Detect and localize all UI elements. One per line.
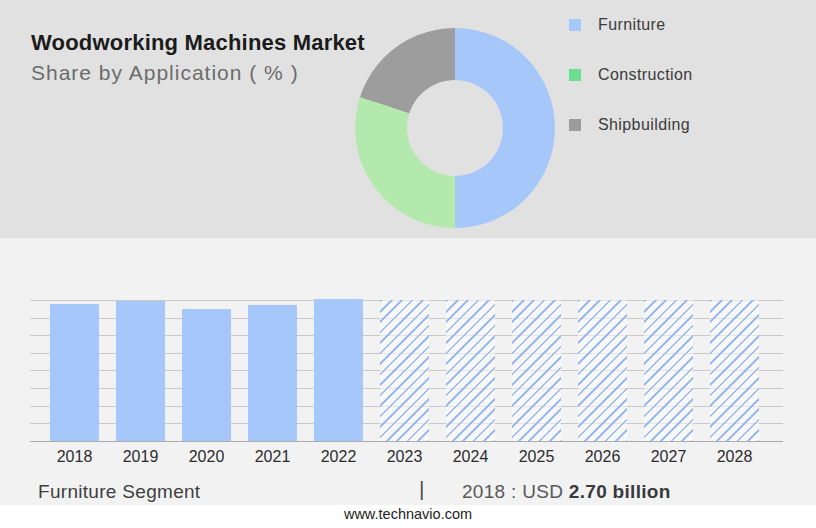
x-axis-label-2020: 2020: [174, 448, 239, 466]
infographic-page: Woodworking Machines Market Share by App…: [0, 0, 816, 528]
x-axis-label-2018: 2018: [42, 448, 107, 466]
bar-2026: [578, 300, 627, 441]
bar-plot: [30, 300, 783, 441]
value-prefix: 2018 : USD: [462, 481, 563, 502]
legend-item-furniture: Furniture: [569, 11, 789, 39]
bar-2027: [644, 300, 693, 441]
x-axis-line: [30, 441, 783, 443]
x-axis-label-2025: 2025: [504, 448, 569, 466]
bar-2024: [446, 300, 495, 441]
bar-2019: [116, 301, 165, 441]
legend-label: Furniture: [598, 16, 666, 34]
bar-2020: [182, 309, 231, 441]
x-axis-label-2024: 2024: [438, 448, 503, 466]
bar-2021: [248, 305, 297, 441]
value-bold: 2.70 billion: [569, 481, 671, 502]
x-axis-label-2023: 2023: [372, 448, 437, 466]
legend-label: Construction: [598, 66, 693, 84]
bar-2025: [512, 300, 561, 441]
bar-2023: [380, 300, 429, 441]
bar-2028: [710, 300, 759, 441]
page-subtitle: Share by Application ( % ): [31, 61, 299, 85]
donut-hole: [407, 80, 503, 176]
x-axis-label-2027: 2027: [636, 448, 701, 466]
x-axis-label-2021: 2021: [240, 448, 305, 466]
furniture-swatch-icon: [569, 19, 581, 31]
legend-item-construction: Construction: [569, 61, 789, 89]
caption-separator: |: [419, 477, 424, 501]
segment-value-caption: 2018 : USD 2.70 billion: [462, 481, 671, 503]
shipbuilding-swatch-icon: [569, 119, 581, 131]
page-title: Woodworking Machines Market: [31, 30, 365, 56]
legend-item-shipbuilding: Shipbuilding: [569, 111, 789, 139]
x-axis-label-2019: 2019: [108, 448, 173, 466]
construction-swatch-icon: [569, 69, 581, 81]
segment-caption: Furniture Segment: [38, 481, 200, 503]
x-axis-label-2022: 2022: [306, 448, 371, 466]
legend-label: Shipbuilding: [598, 116, 690, 134]
legend: Furniture Construction Shipbuilding: [569, 11, 789, 161]
bar-2018: [50, 304, 99, 441]
x-axis-label-2028: 2028: [702, 448, 767, 466]
bar-2022: [314, 299, 363, 441]
x-axis-label-2026: 2026: [570, 448, 635, 466]
x-axis-labels: 2018201920202021202220232024202520262027…: [30, 448, 783, 468]
source-url: www.technavio.com: [0, 506, 816, 522]
